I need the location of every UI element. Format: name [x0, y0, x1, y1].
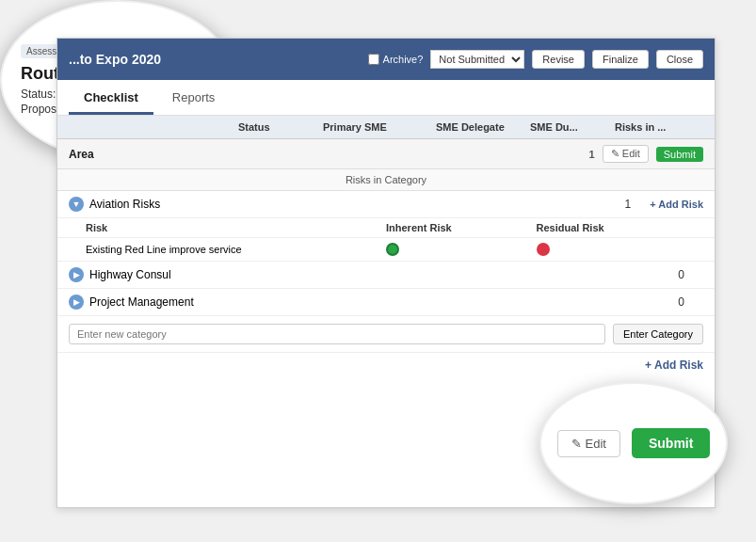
col-risks: Risks in ... — [615, 121, 690, 133]
area-count: 1 — [589, 149, 595, 160]
category-name-project: Project Management — [89, 295, 678, 309]
inherent-risk-indicator — [386, 243, 537, 256]
expand-icon-highway[interactable]: ▶ — [69, 267, 84, 282]
residual-risk-indicator — [537, 243, 687, 256]
header-title: ...to Expo 2020 — [69, 52, 161, 67]
col-status: Status — [238, 121, 323, 133]
risk-sub-header: Risk Inherent Risk Residual Risk — [57, 218, 715, 238]
category-name-highway: Highway Consul — [89, 268, 678, 281]
risks-category-header: Risks in Category — [57, 169, 715, 191]
col-sme-due: SME Du... — [530, 121, 615, 133]
category-count-aviation: 1 — [625, 198, 632, 211]
add-category-row: Enter Category — [57, 316, 715, 353]
area-edit-button[interactable]: ✎ Edit — [603, 145, 649, 163]
add-category-input[interactable] — [69, 324, 605, 344]
col-primary-sme: Primary SME — [323, 121, 436, 133]
col-area — [69, 121, 238, 133]
edit-button-popup[interactable]: ✎ Edit — [557, 430, 620, 457]
revise-button[interactable]: Revise — [532, 50, 585, 69]
expand-icon-project[interactable]: ▶ — [69, 295, 84, 310]
area-submit-button[interactable]: Submit — [656, 147, 703, 162]
inherent-dot-green — [386, 243, 399, 256]
category-count-highway: 0 — [678, 268, 684, 281]
header-bar: ...to Expo 2020 Archive? Not Submitted R… — [57, 39, 715, 80]
pencil-icon: ✎ — [571, 437, 582, 451]
add-risk-bottom[interactable]: + Add Risk — [57, 353, 715, 377]
table-header: Status Primary SME SME Delegate SME Du..… — [57, 116, 715, 139]
submit-button-popup[interactable]: Submit — [632, 428, 710, 458]
archive-checkbox[interactable] — [368, 54, 379, 65]
risk-col-residual: Residual Risk — [537, 222, 687, 233]
edit-submit-popup: ✎ Edit Submit — [539, 382, 728, 504]
archive-label: Archive? — [368, 54, 424, 65]
residual-dot-red — [537, 243, 550, 256]
col-sme-delegate: SME Delegate — [436, 121, 530, 133]
category-name-aviation: Aviation Risks — [89, 198, 625, 211]
category-count-project: 0 — [678, 295, 684, 309]
risk-row-existing: Existing Red Line improve service — [57, 238, 715, 262]
add-risk-link-aviation[interactable]: + Add Risk — [650, 199, 703, 210]
tabs-row: Checklist Reports — [57, 80, 715, 116]
tab-reports[interactable]: Reports — [157, 83, 231, 115]
finalize-button[interactable]: Finalize — [592, 50, 649, 69]
header-controls: Archive? Not Submitted Revise Finalize C… — [368, 50, 703, 69]
category-row-project: ▶ Project Management 0 — [57, 289, 715, 316]
risk-col-inherent: Inherent Risk — [386, 222, 537, 233]
close-button[interactable]: Close — [656, 50, 703, 69]
tab-checklist[interactable]: Checklist — [69, 83, 153, 115]
archive-select[interactable]: Not Submitted — [430, 50, 524, 69]
category-row-highway: ▶ Highway Consul 0 — [57, 262, 715, 289]
area-row-right: 1 ✎ Edit Submit — [589, 145, 703, 163]
category-row-aviation: ▼ Aviation Risks 1 + Add Risk — [57, 191, 715, 218]
expand-icon-aviation[interactable]: ▼ — [69, 197, 84, 212]
enter-category-button[interactable]: Enter Category — [613, 324, 703, 344]
area-label: Area — [69, 148, 94, 161]
risk-col-name: Risk — [86, 222, 386, 233]
area-row: Area 1 ✎ Edit Submit — [57, 139, 715, 169]
risk-name: Existing Red Line improve service — [86, 244, 386, 255]
